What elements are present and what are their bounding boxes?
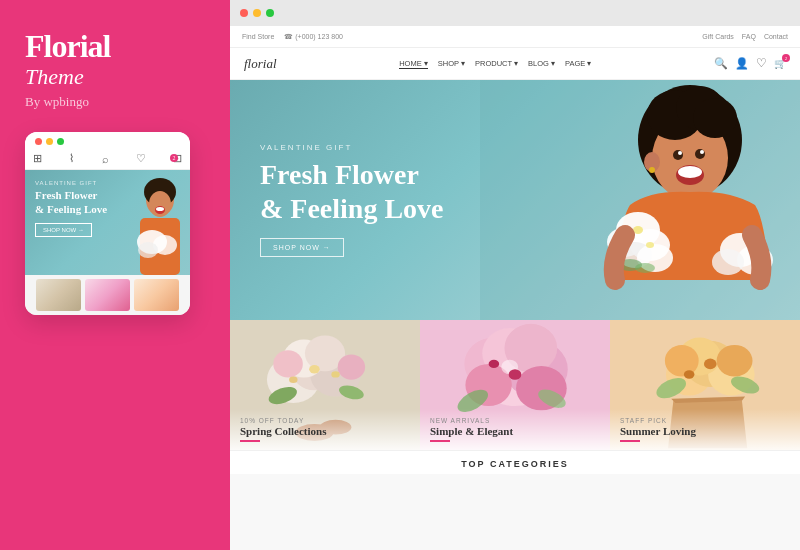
svg-point-19 [695,149,705,159]
flower-thumb-2 [85,279,130,311]
nav-search-icon[interactable]: 🔍 [714,57,728,70]
mobile-cart-icon: ⊡ 2 [173,152,182,165]
svg-point-61 [489,360,500,368]
desktop-browser-bar [230,0,800,26]
topbar-store: Find Store [242,33,274,41]
card2-underline [430,440,450,442]
hero-section: VALENTINE GIFT Fresh Flower & Feeling Lo… [230,80,800,320]
svg-point-48 [331,371,339,377]
svg-point-60 [509,369,522,380]
categories-section: TOP CATEGORIES [230,450,800,474]
mobile-heart-icon: ♡ [136,152,146,165]
brand-by: By wpbingo [25,94,205,110]
svg-point-18 [673,150,683,160]
svg-point-44 [273,350,303,377]
svg-point-14 [693,98,737,138]
hero-shop-now-button[interactable]: SHOP NOW → [260,238,344,257]
svg-point-17 [678,166,702,178]
nav-cart-icon[interactable]: 🛒 2 [774,58,786,69]
site-logo[interactable]: florial [244,56,277,72]
collection-card-summer[interactable]: STAFF PICK Summer Loving [610,320,800,450]
svg-point-20 [678,151,682,155]
svg-point-31 [635,263,655,273]
mobile-browser-bar [25,132,190,148]
collection-card-elegant[interactable]: NEW ARRIVALS Simple & Elegant [420,320,610,450]
card1-label: 10% OFF TODAY [240,417,410,424]
svg-point-74 [684,370,695,378]
hero-title: Fresh Flower & Feeling Love [260,158,444,225]
svg-point-21 [700,150,704,154]
topbar-faq[interactable]: FAQ [742,33,756,40]
browser-dot-red [240,9,248,17]
browser-dot-yellow [253,9,261,17]
website-topbar: Find Store ☎ (+000) 123 800 Gift Cards F… [230,26,800,48]
browser-dot-green [266,9,274,17]
nav-product[interactable]: PRODUCT ▾ [475,59,518,69]
mobile-hero-label: VALENTINE GIFT [35,180,180,186]
nav-icons: 🔍 👤 ♡ 🛒 2 [714,56,786,71]
svg-point-29 [646,242,654,248]
card1-underline [240,440,260,442]
svg-point-47 [289,377,297,383]
nav-heart-icon[interactable]: ♡ [756,56,767,71]
brand-name: Florial [25,30,205,62]
mobile-cart-badge: 2 [170,154,178,162]
mobile-nav: ⊞ ⌇ ⌕ ♡ ⊡ 2 [25,148,190,170]
dot-green [57,138,64,145]
mobile-shop-icon: ⊞ [33,152,42,165]
nav-home[interactable]: HOME ▾ [399,59,428,69]
card2-title: Simple & Elegant [430,425,600,437]
card2-label: NEW ARRIVALS [430,417,600,424]
mobile-search-icon: ⌕ [102,153,109,165]
svg-point-69 [665,345,699,377]
svg-point-73 [704,359,717,370]
card3-label: STAFF PICK [620,417,790,424]
hero-label: VALENTINE GIFT [260,143,444,152]
svg-point-35 [649,167,655,173]
topbar-phone: ☎ (+000) 123 800 [284,33,343,41]
categories-title: TOP CATEGORIES [242,459,788,469]
card-overlay-3: STAFF PICK Summer Loving [610,409,800,450]
hero-content: VALENTINE GIFT Fresh Flower & Feeling Lo… [230,143,474,256]
nav-page[interactable]: PAGE ▾ [565,59,591,69]
svg-point-8 [138,242,158,258]
card1-title: Spring Collections [240,425,410,437]
mobile-user-icon: ⌇ [69,152,74,165]
mobile-hero-title: Fresh Flower& Feeling Love [35,188,180,217]
topbar-contact[interactable]: Contact [764,33,788,40]
mobile-shop-now-button[interactable]: SHOP NOW → [35,223,92,237]
nav-blog[interactable]: BLOG ▾ [528,59,555,69]
mobile-flowers-bottom [25,275,190,315]
card3-underline [620,440,640,442]
flower-thumb-3 [134,279,179,311]
nav-links: HOME ▾ SHOP ▾ PRODUCT ▾ BLOG ▾ PAGE ▾ [399,59,591,69]
cart-count-badge: 2 [782,54,790,62]
svg-point-70 [717,345,753,377]
svg-point-34 [712,249,744,275]
flower-thumb-1 [36,279,81,311]
nav-account-icon[interactable]: 👤 [735,57,749,70]
desktop-preview: Find Store ☎ (+000) 123 800 Gift Cards F… [230,0,800,550]
svg-point-46 [309,365,320,373]
card3-title: Summer Loving [620,425,790,437]
mobile-preview: ⊞ ⌇ ⌕ ♡ ⊡ 2 VALENTINE GIFT Fresh Flower&… [25,132,190,315]
nav-shop[interactable]: SHOP ▾ [438,59,465,69]
collection-card-spring[interactable]: 10% OFF TODAY Spring Collections [230,320,420,450]
left-panel: Florial Theme By wpbingo ⊞ ⌇ ⌕ ♡ ⊡ 2 VAL… [0,0,230,550]
collection-cards: 10% OFF TODAY Spring Collections [230,320,800,450]
dot-red [35,138,42,145]
topbar-left: Find Store ☎ (+000) 123 800 [242,33,343,41]
card-overlay-2: NEW ARRIVALS Simple & Elegant [420,409,610,450]
main-nav: florial HOME ▾ SHOP ▾ PRODUCT ▾ BLOG ▾ P… [230,48,800,80]
card-overlay-1: 10% OFF TODAY Spring Collections [230,409,420,450]
svg-point-45 [338,354,365,379]
dot-yellow [46,138,53,145]
mobile-hero: VALENTINE GIFT Fresh Flower& Feeling Lov… [25,170,190,275]
brand-subtitle: Theme [25,64,205,90]
topbar-giftcards[interactable]: Gift Cards [702,33,734,40]
hero-person [480,80,800,320]
topbar-right: Gift Cards FAQ Contact [702,33,788,40]
